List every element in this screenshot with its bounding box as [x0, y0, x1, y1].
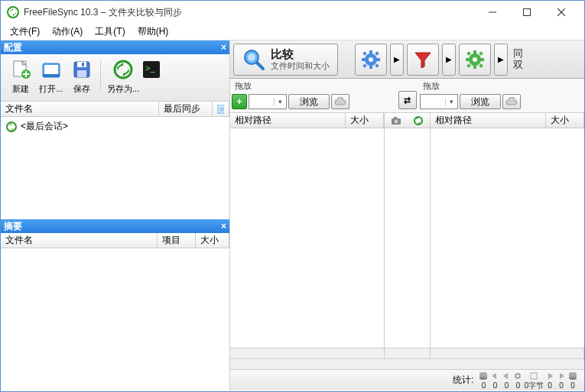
sync-settings-button[interactable]	[459, 44, 491, 76]
action-bar: 比较文件时间和大小 ▶ ▶ ▶ 同双	[230, 40, 584, 79]
menu-help[interactable]: 帮助(H)	[132, 24, 175, 40]
svg-point-25	[248, 53, 255, 61]
svg-rect-45	[466, 63, 471, 68]
filter-button[interactable]	[407, 44, 439, 76]
cloud-icon	[505, 97, 518, 106]
svg-rect-42	[480, 58, 484, 61]
summary-col-name[interactable]: 文件名	[1, 233, 158, 248]
compare-dropdown[interactable]: ▶	[390, 44, 404, 76]
left-col-relpath[interactable]: 相对路径	[230, 113, 346, 128]
arrow-right-grey-icon	[544, 371, 555, 381]
right-folder-input[interactable]: ▾	[420, 94, 458, 109]
svg-rect-40	[473, 65, 476, 69]
config-entry[interactable]: <最后会话>	[4, 118, 226, 134]
svg-rect-30	[369, 65, 372, 69]
horizontal-scrollbar[interactable]	[230, 358, 584, 369]
sync-green-icon	[111, 57, 135, 82]
saveas-batch-button[interactable]: >_	[139, 57, 164, 92]
left-cloud-button[interactable]	[331, 94, 349, 109]
right-cloud-button[interactable]	[502, 94, 521, 109]
compare-button[interactable]: 比较文件时间和大小	[233, 44, 338, 76]
menubar: 文件(F) 动作(A) 工具(T) 帮助(H)	[1, 24, 584, 40]
minimize-button[interactable]	[475, 2, 509, 24]
left-col-size[interactable]: 大小	[346, 113, 384, 128]
svg-rect-56	[531, 373, 537, 379]
summary-col-items[interactable]: 项目	[158, 233, 196, 248]
config-panel-close[interactable]: ×	[221, 42, 226, 53]
save-button[interactable]: 保存	[70, 57, 94, 95]
mid-col-action[interactable]	[408, 113, 431, 128]
right-browse-button[interactable]: 浏览	[460, 94, 501, 109]
config-col-icon[interactable]	[213, 102, 229, 116]
db-left-icon	[478, 371, 489, 381]
svg-rect-2	[523, 9, 530, 16]
svg-rect-44	[479, 51, 483, 56]
right-col-size[interactable]: 大小	[546, 113, 584, 128]
bytes-icon	[528, 371, 539, 381]
summary-col-size[interactable]: 大小	[196, 233, 229, 248]
left-browse-button[interactable]: 浏览	[288, 94, 330, 109]
summary-body	[1, 248, 229, 390]
saveas-sync-button[interactable]: 另存为...	[107, 57, 139, 95]
arrow-left-grey-icon	[489, 371, 500, 381]
add-pair-button[interactable]: +	[232, 94, 247, 109]
svg-rect-33	[362, 51, 367, 56]
funnel-icon	[413, 50, 433, 70]
svg-rect-31	[362, 58, 366, 61]
svg-rect-36	[375, 63, 379, 68]
config-list: 文件名 最后同步 <最后会话>	[1, 102, 229, 219]
cloud-icon	[334, 97, 346, 106]
config-toolbar: 新建 打开... 保存 另存为... >_	[1, 54, 229, 102]
svg-point-38	[473, 57, 477, 62]
compare-settings-button[interactable]	[355, 44, 387, 76]
left-folder-input[interactable]: ▾	[249, 94, 287, 109]
app-icon	[7, 6, 19, 18]
left-drop-label: 拖放	[232, 80, 395, 92]
folder-pair-row: 拖放 + ▾ 浏览 ⇄ 拖放 ▾ 浏览	[230, 79, 584, 113]
svg-text:>_: >_	[145, 63, 155, 73]
svg-rect-10	[44, 65, 58, 76]
compare-icon	[242, 47, 266, 72]
svg-point-55	[517, 375, 519, 377]
stats-label: 统计:	[453, 374, 473, 387]
config-col-name[interactable]: 文件名	[1, 102, 159, 116]
new-button[interactable]: 新建	[8, 57, 33, 95]
gear-grey-icon	[512, 371, 523, 381]
svg-rect-11	[43, 74, 60, 77]
svg-rect-39	[473, 50, 476, 54]
filter-dropdown[interactable]: ▶	[442, 44, 456, 76]
view-filter-bar	[230, 348, 584, 358]
window-title: FreeFileSync 10.3 – 文件夹比较与同步	[24, 6, 475, 19]
menu-action[interactable]: 动作(A)	[46, 24, 89, 40]
maximize-button[interactable]	[509, 2, 544, 24]
right-drop-label: 拖放	[420, 80, 583, 92]
open-button[interactable]: 打开...	[39, 57, 63, 95]
sync-tiny-icon	[413, 115, 424, 126]
summary-close[interactable]: ×	[221, 221, 226, 232]
right-col-relpath[interactable]: 相对路径	[431, 113, 546, 128]
mid-col-category[interactable]	[385, 113, 408, 128]
compare-grid: 相对路径 大小 相对路径 大小	[230, 113, 584, 348]
statusbar: 统计: 0 0 0 0 0字节 0 0 0	[230, 369, 584, 390]
svg-point-28	[369, 57, 373, 62]
svg-rect-34	[375, 51, 379, 56]
sync-settings-dropdown[interactable]: ▶	[494, 44, 508, 76]
config-col-sync[interactable]: 最后同步	[159, 102, 213, 116]
mid-grid-body	[385, 128, 430, 348]
svg-rect-43	[466, 51, 471, 56]
camera-icon	[391, 116, 401, 125]
svg-rect-14	[77, 70, 86, 77]
svg-rect-35	[362, 63, 367, 68]
svg-rect-32	[376, 58, 380, 61]
svg-point-48	[394, 119, 398, 123]
menu-tools[interactable]: 工具(T)	[89, 24, 131, 40]
db-right-icon	[567, 371, 578, 381]
left-grid-body	[230, 128, 384, 348]
open-icon	[39, 57, 63, 82]
close-button[interactable]	[544, 2, 578, 24]
config-panel-title: 配置	[4, 41, 22, 54]
menu-file[interactable]: 文件(F)	[4, 24, 46, 40]
right-grid-body	[431, 128, 584, 348]
swap-sides-button[interactable]: ⇄	[398, 91, 417, 109]
file-new-icon	[8, 57, 33, 82]
